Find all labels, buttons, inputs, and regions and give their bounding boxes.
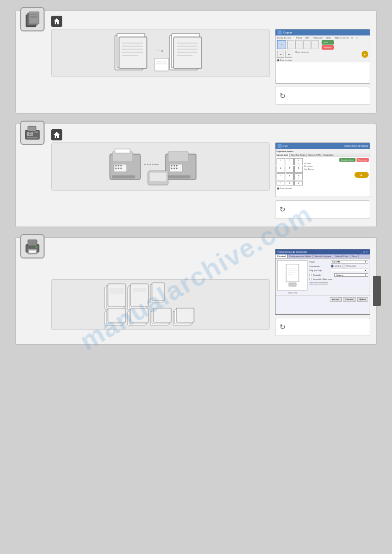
print-driver-left-panel: Vista previa <box>277 260 307 294</box>
svg-rect-9 <box>119 37 147 68</box>
svg-point-55 <box>174 165 175 166</box>
copy-illustration-box: → <box>51 29 270 77</box>
svg-point-35 <box>30 134 31 135</box>
svg-rect-94 <box>289 283 296 286</box>
fax-home-icon <box>51 129 62 140</box>
print-section-main: ↓ <box>15 237 377 345</box>
print-content-row: ↓ <box>51 249 370 336</box>
print-left: ↓ <box>51 249 270 330</box>
fax-ui-body: 1 2 3ABC 4 5 6MNO 7 8 9WXY * 0 <box>276 157 370 187</box>
copy-reload-box[interactable]: ↻ <box>275 87 370 105</box>
svg-rect-40 <box>112 175 135 178</box>
svg-rect-30 <box>27 137 38 138</box>
fax-ui-title: Fax <box>283 144 288 147</box>
print-driver-title-bar: Preferencias de impresión _□× <box>276 249 370 254</box>
svg-rect-63 <box>28 240 37 246</box>
svg-rect-93 <box>286 264 299 282</box>
fax-ui-subtitle: Especificar destino <box>276 149 370 154</box>
svg-text:→: → <box>153 160 160 168</box>
print-icon-badge <box>20 234 45 258</box>
copy-reload-icon: ↻ <box>280 92 286 100</box>
svg-point-56 <box>176 165 178 166</box>
print-driver-right-panel: Papel: Carta/A4▼ Orientación: <box>309 260 368 294</box>
svg-text:→: → <box>154 44 166 57</box>
svg-point-32 <box>29 132 30 133</box>
print-driver-buttons: Aceptar Cancelar Aplicar <box>276 296 370 303</box>
svg-point-65 <box>35 246 37 248</box>
copy-icon <box>24 11 41 28</box>
svg-rect-69 <box>108 284 126 307</box>
print-driver-screenshot: Preferencias de impresión _□× Principal … <box>275 249 370 315</box>
print-driver-title-text: Preferencias de impresión <box>278 250 307 253</box>
svg-rect-24 <box>154 58 169 71</box>
fax-ui-timestamp: 02/02 2016 10:36AM <box>344 144 368 147</box>
fax-illustration: → <box>105 146 216 187</box>
print-icon <box>24 238 41 255</box>
copy-ui-screenshot: Copiar Escala de color Papel LTR Reducci… <box>275 29 370 84</box>
print-reload-icon: ↻ <box>280 323 286 331</box>
svg-rect-18 <box>174 37 202 68</box>
fax-reload-box[interactable]: ↻ <box>275 200 370 218</box>
svg-rect-31 <box>28 126 36 131</box>
copy-ui-title: Copiar <box>283 31 292 34</box>
svg-point-34 <box>29 134 30 135</box>
print-btn-aceptar[interactable]: Aceptar <box>330 297 342 302</box>
print-driver-tabs: Principal Configuración de Salida Selecc… <box>276 254 370 258</box>
copy-illustration: → <box>110 33 211 73</box>
print-right: Preferencias de impresión _□× Principal … <box>275 249 370 336</box>
svg-rect-29 <box>34 131 38 133</box>
svg-point-42 <box>118 165 120 166</box>
fax-ui-title-bar: Fax 02/02 2016 10:36AM <box>276 143 370 149</box>
copy-icon-badge <box>20 7 45 31</box>
svg-rect-75 <box>131 284 148 307</box>
print-reload-box[interactable]: ↻ <box>275 318 370 336</box>
copy-right: Copiar Escala de color Papel LTR Reducci… <box>275 29 370 105</box>
fax-illustration-box: → <box>51 142 270 191</box>
print-section: ↓ <box>15 237 377 345</box>
svg-rect-61 <box>149 172 167 181</box>
side-tab <box>373 276 381 306</box>
fax-left: → <box>51 142 270 191</box>
svg-marker-6 <box>54 18 60 24</box>
print-tab-otros[interactable]: Otros <box>350 254 359 258</box>
svg-rect-47 <box>115 149 130 153</box>
fax-ui-screenshot: Fax 02/02 2016 10:36AM Especificar desti… <box>275 142 370 197</box>
print-tab-calidad[interactable]: Calidad / Color <box>333 254 350 258</box>
print-btn-aplicar[interactable]: Aplicar <box>357 297 368 302</box>
svg-point-33 <box>30 132 31 133</box>
svg-rect-84 <box>131 308 148 322</box>
copy-home-icon <box>51 16 62 27</box>
fax-icon <box>24 124 41 141</box>
print-tab-papel[interactable]: Selección de papel <box>312 254 333 258</box>
print-btn-cancelar[interactable]: Cancelar <box>343 297 356 302</box>
print-tab-principal[interactable]: Principal <box>276 254 288 258</box>
svg-point-41 <box>115 165 117 166</box>
fax-section: → <box>15 124 377 227</box>
svg-point-57 <box>171 167 173 169</box>
fax-tabs: Ingresar dest. Especificar destino Opcio… <box>276 154 370 157</box>
fax-section-main: → <box>15 124 377 227</box>
svg-point-43 <box>121 165 122 166</box>
print-checkbox-grapad[interactable] <box>309 274 312 276</box>
page-container: → <box>0 0 392 359</box>
fax-icon-badge <box>20 121 45 145</box>
fax-reload-icon: ↻ <box>280 205 286 213</box>
svg-rect-87 <box>153 308 171 322</box>
copy-content-row: → <box>51 29 370 105</box>
svg-rect-92 <box>152 283 165 301</box>
print-checkbox-duplex[interactable] <box>309 278 312 280</box>
copy-ui-body: Escala de color Papel LTR Reducción 100%… <box>276 35 370 62</box>
svg-point-58 <box>174 167 175 169</box>
svg-marker-36 <box>54 132 60 138</box>
fax-content-row: → <box>51 142 370 218</box>
fax-right: Fax 02/02 2016 10:36AM Especificar desti… <box>275 142 370 218</box>
copy-section-main: → <box>15 10 377 114</box>
svg-point-46 <box>121 167 122 169</box>
svg-point-59 <box>176 167 178 169</box>
print-illustration-box: ↓ <box>51 279 270 330</box>
copy-left: → <box>51 29 270 77</box>
print-tab-salida[interactable]: Configuración de Salida <box>288 254 312 258</box>
svg-point-45 <box>118 167 120 169</box>
svg-rect-66 <box>29 250 36 253</box>
svg-point-54 <box>171 165 173 166</box>
